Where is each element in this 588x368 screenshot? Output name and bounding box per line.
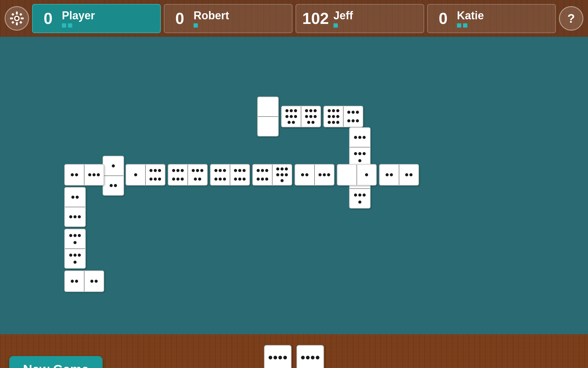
player-hand xyxy=(262,345,326,368)
katie-score: 0 xyxy=(434,9,452,28)
bottom-bar: New Game xyxy=(0,334,588,368)
jeff-score: 102 xyxy=(302,9,329,28)
player-card-jeff: 102 Jeff xyxy=(296,4,424,33)
domino-bottom-left[interactable] xyxy=(64,270,104,292)
game-board xyxy=(0,37,588,334)
domino-v-right1[interactable] xyxy=(349,127,371,167)
svg-rect-3 xyxy=(16,22,18,25)
domino-down2[interactable] xyxy=(64,229,86,269)
svg-point-1 xyxy=(15,17,18,20)
domino-h2[interactable] xyxy=(323,106,363,127)
domino-mr1[interactable] xyxy=(379,164,419,186)
katie-name: Katie xyxy=(457,9,484,22)
player-score: 0 xyxy=(39,9,57,28)
domino-ml7[interactable] xyxy=(337,164,377,186)
domino-left-v[interactable] xyxy=(103,156,124,196)
settings-button[interactable] xyxy=(5,6,29,31)
help-button[interactable]: ? xyxy=(559,6,583,31)
robert-name: Robert xyxy=(194,9,229,22)
domino-h1[interactable] xyxy=(281,106,321,127)
player-name: Player xyxy=(62,9,95,22)
player-card-robert: 0 Robert xyxy=(164,4,292,33)
domino-ml5[interactable] xyxy=(252,164,292,186)
svg-rect-9 xyxy=(19,21,22,24)
svg-rect-8 xyxy=(11,21,14,24)
player-card-player: 0 Player xyxy=(32,4,161,33)
domino-ml3[interactable] xyxy=(168,164,208,186)
svg-rect-6 xyxy=(11,13,14,16)
svg-rect-4 xyxy=(10,17,13,19)
hand-domino-1[interactable] xyxy=(264,345,292,368)
domino-down1[interactable] xyxy=(64,187,86,227)
domino-top-center[interactable] xyxy=(257,97,279,136)
new-game-button[interactable]: New Game xyxy=(9,356,103,368)
header: 0 Player 0 Robert 102 Jeff 0 Katie xyxy=(0,0,588,37)
player-card-katie: 0 Katie xyxy=(427,4,556,33)
svg-rect-2 xyxy=(16,12,18,15)
domino-ml1[interactable] xyxy=(64,164,104,186)
jeff-name: Jeff xyxy=(334,9,353,22)
player-bars xyxy=(62,23,95,28)
domino-ml6[interactable] xyxy=(295,164,334,186)
svg-rect-5 xyxy=(21,17,24,19)
domino-ml4[interactable] xyxy=(210,164,250,186)
robert-score: 0 xyxy=(171,9,189,28)
hand-domino-2[interactable] xyxy=(296,345,324,368)
svg-rect-7 xyxy=(19,13,22,16)
domino-ml2[interactable] xyxy=(126,164,165,186)
